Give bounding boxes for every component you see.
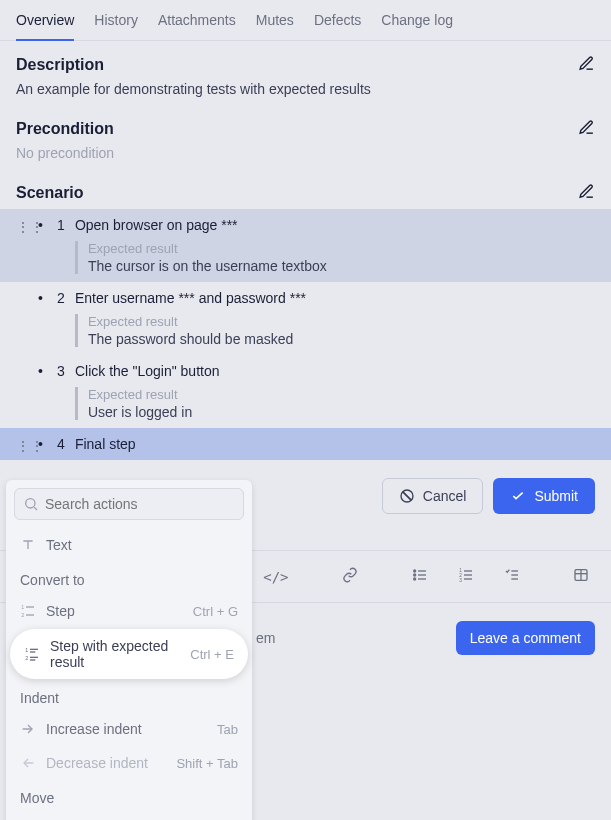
- menu-item-shortcut: Tab: [217, 722, 238, 737]
- step-number: 3: [53, 363, 65, 379]
- expected-text[interactable]: User is logged in: [88, 404, 603, 420]
- scenario-step[interactable]: ⋮⋮ • 3 Click the "Login" button Expected…: [0, 355, 611, 428]
- expected-label: Expected result: [88, 387, 603, 402]
- menu-item-label: Step: [46, 603, 183, 619]
- svg-line-20: [34, 507, 37, 510]
- precondition-section: Precondition No precondition: [0, 97, 611, 161]
- scenario-step[interactable]: ⋮⋮ • 2 Enter username *** and password *…: [0, 282, 611, 355]
- scenario-list: ⋮⋮ • 1 Open browser on page *** Expected…: [0, 209, 611, 460]
- svg-point-2: [413, 574, 415, 576]
- leave-comment-button[interactable]: Leave a comment: [456, 621, 595, 655]
- step-text[interactable]: Enter username *** and password ***: [75, 288, 603, 308]
- ordered-list-button[interactable]: 123: [452, 563, 480, 590]
- bullet-icon: •: [38, 290, 43, 306]
- scenario-section: Scenario ⋮⋮ • 1 Open browser on page ***…: [0, 161, 611, 460]
- menu-item-step-expected[interactable]: 12 Step with expected result Ctrl + E: [10, 629, 248, 679]
- drag-handle-icon[interactable]: ⋮⋮: [16, 219, 28, 235]
- bullet-icon: •: [38, 436, 43, 452]
- expected-label: Expected result: [88, 314, 603, 329]
- step-text[interactable]: Final step: [75, 434, 603, 454]
- svg-text:3: 3: [459, 578, 462, 583]
- step-number: 2: [53, 290, 65, 306]
- tabs: Overview History Attachments Mutes Defec…: [0, 0, 611, 40]
- precondition-body: No precondition: [16, 145, 595, 161]
- menu-item-label: Increase indent: [46, 721, 207, 737]
- svg-text:1: 1: [21, 604, 24, 610]
- description-body: An example for demonstrating tests with …: [16, 81, 595, 97]
- description-section: Description An example for demonstrating…: [0, 41, 611, 97]
- svg-point-19: [26, 499, 35, 508]
- cancel-button[interactable]: Cancel: [382, 478, 484, 514]
- menu-item-shortcut: Ctrl + G: [193, 604, 238, 619]
- menu-item-increase-indent[interactable]: Increase indent Tab: [6, 712, 252, 746]
- text-icon: [20, 537, 36, 553]
- search-icon: [23, 496, 39, 512]
- cancel-label: Cancel: [423, 488, 467, 504]
- svg-text:2: 2: [25, 655, 28, 661]
- menu-item-label: Text: [46, 537, 238, 553]
- menu-item-label: Step with expected result: [50, 638, 180, 670]
- indent-left-icon: [20, 755, 36, 771]
- menu-search[interactable]: [14, 488, 244, 520]
- code-button[interactable]: </>: [257, 565, 294, 589]
- scenario-step[interactable]: ⋮⋮ • 4 Final step: [0, 428, 611, 460]
- menu-item-move-up[interactable]: Move up Shift + Up: [6, 812, 252, 820]
- description-title: Description: [16, 56, 104, 74]
- step-expected-icon: 12: [24, 646, 40, 662]
- scenario-title: Scenario: [16, 184, 84, 202]
- menu-group-move: Move: [6, 780, 252, 812]
- menu-item-step[interactable]: 12 Step Ctrl + G: [6, 594, 252, 628]
- actions-menu: Text Convert to 12 Step Ctrl + G 12 Step…: [6, 480, 252, 820]
- checklist-button[interactable]: [498, 563, 526, 590]
- drag-handle-icon[interactable]: ⋮⋮: [16, 438, 28, 454]
- menu-item-shortcut: Ctrl + E: [190, 647, 234, 662]
- expected-label: Expected result: [88, 241, 603, 256]
- menu-item-decrease-indent[interactable]: Decrease indent Shift + Tab: [6, 746, 252, 780]
- tab-overview[interactable]: Overview: [16, 12, 74, 41]
- submit-button[interactable]: Submit: [493, 478, 595, 514]
- step-text[interactable]: Open browser on page ***: [75, 215, 603, 235]
- edit-description-icon[interactable]: [578, 55, 595, 75]
- check-icon: [510, 488, 526, 504]
- cancel-icon: [399, 488, 415, 504]
- step-text[interactable]: Click the "Login" button: [75, 361, 603, 381]
- tab-defects[interactable]: Defects: [314, 12, 361, 40]
- step-number: 4: [53, 436, 65, 452]
- bullet-list-button[interactable]: [406, 563, 434, 590]
- menu-item-label: Decrease indent: [46, 755, 166, 771]
- edit-scenario-icon[interactable]: [578, 183, 595, 203]
- expected-text[interactable]: The cursor is on the username textbox: [88, 258, 603, 274]
- tab-history[interactable]: History: [94, 12, 138, 40]
- bullet-icon: •: [38, 363, 43, 379]
- svg-point-1: [413, 570, 415, 572]
- tab-changelog[interactable]: Change log: [381, 12, 453, 40]
- submit-label: Submit: [534, 488, 578, 504]
- svg-point-3: [413, 578, 415, 580]
- bullet-icon: •: [38, 217, 43, 233]
- menu-search-input[interactable]: [45, 496, 235, 512]
- precondition-title: Precondition: [16, 120, 114, 138]
- scenario-step[interactable]: ⋮⋮ • 1 Open browser on page *** Expected…: [0, 209, 611, 282]
- menu-item-shortcut: Shift + Tab: [176, 756, 238, 771]
- svg-text:1: 1: [25, 647, 28, 653]
- tab-attachments[interactable]: Attachments: [158, 12, 236, 40]
- menu-group-convert: Convert to: [6, 562, 252, 594]
- table-button[interactable]: [567, 563, 595, 590]
- menu-group-indent: Indent: [6, 680, 252, 712]
- step-icon: 12: [20, 603, 36, 619]
- link-button[interactable]: [336, 563, 364, 590]
- menu-item-text[interactable]: Text: [6, 528, 252, 562]
- indent-right-icon: [20, 721, 36, 737]
- expected-text[interactable]: The password should be masked: [88, 331, 603, 347]
- svg-text:2: 2: [21, 612, 24, 618]
- tab-mutes[interactable]: Mutes: [256, 12, 294, 40]
- step-number: 1: [53, 217, 65, 233]
- edit-precondition-icon[interactable]: [578, 119, 595, 139]
